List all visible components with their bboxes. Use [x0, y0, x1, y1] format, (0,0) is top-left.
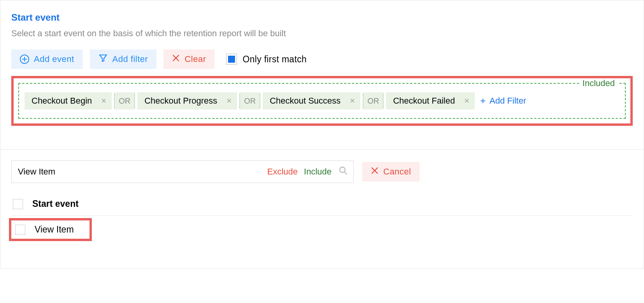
add-event-button[interactable]: Add event: [11, 49, 83, 69]
event-chip[interactable]: Checkout Begin ×: [25, 92, 112, 109]
remove-chip-icon[interactable]: ×: [101, 96, 106, 106]
toolbar: Add event Add filter Clear Only first ma…: [11, 49, 633, 69]
event-chip-label: Checkout Success: [270, 96, 340, 106]
result-highlight: View Item: [9, 218, 92, 241]
add-filter-link-label: Add Filter: [490, 96, 526, 106]
cancel-button[interactable]: Cancel: [362, 162, 419, 181]
close-icon: [371, 167, 379, 177]
search-box: Exclude Include: [11, 160, 354, 183]
result-label[interactable]: View Item: [35, 224, 74, 235]
checkbox-checked-icon: [228, 56, 235, 63]
included-group: Included Checkout Begin × OR Checkout Pr…: [18, 83, 626, 119]
remove-chip-icon[interactable]: ×: [464, 96, 469, 106]
remove-chip-icon[interactable]: ×: [350, 96, 355, 106]
clear-button[interactable]: Clear: [163, 49, 214, 69]
event-chip[interactable]: Checkout Failed ×: [386, 92, 475, 109]
or-separator: OR: [239, 92, 260, 109]
section-title: Start event: [11, 12, 633, 23]
results-list: Start event View Item: [11, 192, 633, 241]
event-chip-label: Checkout Failed: [393, 96, 455, 106]
search-input[interactable]: [17, 166, 264, 177]
only-first-match-checkbox[interactable]: Only first match: [226, 54, 307, 65]
or-separator: OR: [114, 92, 135, 109]
event-chip-label: Checkout Begin: [32, 96, 92, 106]
exclude-link[interactable]: Exclude: [264, 167, 301, 177]
checkbox-box: [226, 54, 237, 65]
cancel-label: Cancel: [383, 167, 411, 177]
event-search-panel: Exclude Include Cancel Start event View: [0, 150, 644, 269]
only-first-match-label: Only first match: [242, 54, 307, 65]
close-icon: [172, 54, 180, 64]
add-filter-link[interactable]: + Add Filter: [480, 96, 526, 106]
event-chip[interactable]: Checkout Progress ×: [137, 92, 237, 109]
list-header-label: Start event: [32, 199, 79, 209]
included-highlight: Included Checkout Begin × OR Checkout Pr…: [11, 76, 633, 126]
included-legend: Included: [579, 78, 618, 88]
plus-circle-icon: [20, 55, 29, 64]
funnel-icon: [98, 53, 108, 65]
section-subtitle: Select a start event on the basis of whi…: [11, 28, 633, 39]
add-event-label: Add event: [34, 54, 74, 64]
or-separator: OR: [363, 92, 384, 109]
svg-line-3: [344, 172, 347, 174]
start-event-panel: Start event Select a start event on the …: [0, 0, 644, 150]
search-row: Exclude Include Cancel: [11, 160, 633, 183]
search-icon[interactable]: [335, 166, 348, 178]
clear-label: Clear: [184, 54, 206, 64]
add-filter-button[interactable]: Add filter: [90, 49, 157, 69]
list-header-row[interactable]: Start event: [11, 192, 633, 216]
add-filter-label: Add filter: [112, 54, 148, 64]
event-chip[interactable]: Checkout Success ×: [263, 92, 360, 109]
plus-icon: +: [480, 96, 486, 106]
remove-chip-icon[interactable]: ×: [226, 96, 232, 106]
include-link[interactable]: Include: [301, 167, 335, 177]
select-all-checkbox[interactable]: [13, 199, 23, 209]
result-checkbox[interactable]: [15, 225, 25, 235]
event-chip-label: Checkout Progress: [144, 96, 217, 106]
